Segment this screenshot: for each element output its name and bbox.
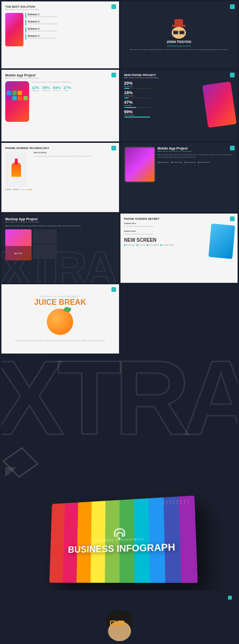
- slides-container: THE BEST SOLUTION Make Better Your Busin…: [0, 0, 239, 644]
- xtra-section: XTRA: [1, 355, 238, 489]
- slide-profile: JOHN TOGYOG DESIGNER & DEVELOPER Maecena…: [120, 1, 238, 68]
- slide-mockup-app: Mockup App Project Make Better Your Busi…: [1, 214, 119, 283]
- slide-juice-break: BUSINESS & ENTERTAINMENT JUICE BREAK Lor…: [1, 284, 119, 354]
- phone-tech-header: PHONE SCREEN TECHNOLOGY: [5, 147, 115, 150]
- person-desc: Maecenas sed diam eget nisi varius bland…: [128, 49, 230, 51]
- slide-new-phone: NEW PHONE PROJECT Make Better Your Busin…: [120, 70, 238, 141]
- person-name: JOHN TOGYOG: [166, 40, 191, 43]
- juice-category: BUSINESS & ENTERTAINMENT: [40, 295, 80, 298]
- infograph-title: BUSINESS INFOGRAPH: [68, 541, 175, 554]
- person-title: DESIGNER & DEVELOPER: [167, 45, 191, 47]
- mobile-dark-header: Mobile App Project: [158, 147, 234, 150]
- mobile-app-header: Mobile App Project: [5, 74, 115, 77]
- xtra-text: XTRA: [1, 355, 238, 451]
- phone-secret-header: PHONE SCREEN SECRET: [124, 217, 234, 220]
- teal-accent: [228, 596, 232, 600]
- juice-desc: Lorem ipsum dolor sit amet consectetur a…: [12, 340, 108, 342]
- slide-mobile-app-dark: Mobile App Project Make Better Your Busi…: [120, 143, 238, 212]
- slide-subheader: Make Better Your Business Presentation: [5, 8, 115, 11]
- slide-phone-tech: PHONE SCREEN TECHNOLOGY BRAND LEZZES Lan…: [1, 143, 119, 212]
- slide-business-infograph: BUSINESS & INVESTMENT BUSINESS INFOGRAPH: [1, 490, 238, 590]
- juice-title: JUICE BREAK: [34, 299, 86, 306]
- mockup-header: Mockup App Project: [5, 217, 115, 221]
- slide-mobile-app: Mobile App Project Make Better Your Busi…: [1, 70, 119, 141]
- slide-best-solution: THE BEST SOLUTION Make Better Your Busin…: [1, 1, 119, 68]
- slide-person-infographic: BUSINESS INFOGRAPHICS Maecenas sed diam …: [1, 592, 238, 644]
- slide-phone-secret: PHONE SCREEN SECRET Content here Lorem i…: [120, 214, 238, 283]
